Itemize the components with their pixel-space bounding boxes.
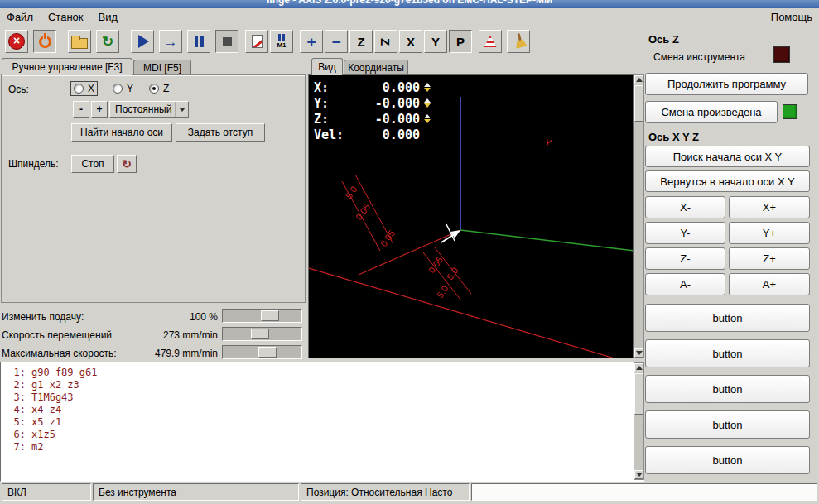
change-done-led — [783, 104, 797, 119]
jog-y-plus-label: Y+ — [763, 227, 776, 239]
gcode-line[interactable]: 6: x1z5 — [4, 429, 630, 441]
jog-speed-slider-thumb[interactable] — [251, 329, 269, 339]
open-file-button[interactable] — [68, 30, 91, 53]
dro-z-row: Z: -0.000 — [314, 111, 431, 127]
gcode-scroll-down-arrow[interactable] — [634, 470, 643, 479]
touch-off-button[interactable]: Задать отступ — [176, 123, 265, 142]
preview-scroll-down-arrow[interactable] — [634, 348, 643, 358]
gcode-line-text: g90 f89 g61 — [31, 367, 97, 379]
gcode-line[interactable]: 2: g1 x2 z3 — [4, 379, 630, 391]
run-program-button[interactable] — [131, 30, 154, 53]
gcode-scroll-up-arrow[interactable] — [634, 363, 643, 372]
spindle-extra-button[interactable]: ↻ — [117, 155, 137, 173]
stop-square-icon — [223, 37, 232, 46]
home-xy-label: Поиск начала оси X Y — [673, 151, 783, 163]
gcode-scroll-thumb[interactable] — [634, 373, 643, 415]
gcode-scrollbar[interactable] — [634, 362, 644, 480]
custom-button-4-label: button — [712, 419, 742, 431]
preview-scroll-thumb[interactable] — [634, 85, 643, 122]
custom-button-2-label: button — [712, 348, 742, 360]
preview-canvas[interactable]: X: 0.000 Y: -0.000 Z: -0.000 Vel: 0.000 — [308, 74, 634, 358]
preview-scrollbar[interactable] — [634, 74, 644, 358]
dim-annotation-4: 0.05 — [426, 255, 445, 275]
menu-view[interactable]: Вид — [99, 11, 118, 23]
gcode-line[interactable]: 1: g90 f89 g61 — [4, 367, 630, 379]
home-axis-button[interactable]: Найти начало оси — [71, 123, 172, 142]
custom-button-2[interactable]: button — [645, 339, 810, 367]
max-velocity-slider-thumb[interactable] — [258, 347, 277, 358]
menu-help[interactable]: Помощь — [771, 11, 812, 23]
jog-a-plus-button[interactable]: A+ — [729, 273, 810, 295]
window-titlebar[interactable]: linge - AXIS 2.6.0-pre2-920-g7e1b5ed on … — [0, 0, 819, 8]
tool-change-done-button[interactable]: Смена произведена — [645, 101, 778, 123]
menu-file[interactable]: Файл — [7, 11, 33, 23]
jog-z-minus-button[interactable]: Z- — [645, 247, 725, 270]
jog-minus-button[interactable]: - — [73, 101, 89, 118]
clear-plot-button[interactable] — [507, 30, 530, 53]
gcode-line[interactable]: 7: m2 — [4, 441, 630, 454]
block-delete-button[interactable] — [245, 30, 268, 53]
jog-a-plus-label: A+ — [763, 278, 776, 290]
view-top-z-button[interactable]: Z — [349, 30, 373, 53]
feed-override-slider-thumb[interactable] — [261, 310, 279, 321]
jog-increment-select[interactable]: Постоянный — [109, 101, 189, 118]
optional-stop-button[interactable]: M1 — [270, 30, 293, 53]
dro-readout: X: 0.000 Y: -0.000 Z: -0.000 Vel: 0.000 — [314, 79, 431, 142]
pause-button[interactable] — [187, 30, 210, 53]
view-front-y-button[interactable]: Y — [424, 30, 447, 53]
axis-radio-x[interactable]: X — [71, 82, 97, 95]
max-velocity-slider[interactable] — [222, 345, 302, 359]
tab-dro-coords[interactable]: Координаты — [344, 60, 408, 74]
gcode-line[interactable]: 3: T1M6g43 — [4, 391, 630, 404]
continue-program-button[interactable]: Продолжить программу — [645, 73, 808, 95]
view-side-x-button[interactable]: X — [399, 30, 422, 53]
spindle-stop-button[interactable]: Стоп — [71, 155, 114, 173]
machine-power-button[interactable] — [33, 30, 56, 53]
jog-y-plus-button[interactable]: Y+ — [729, 222, 810, 244]
chevron-down-icon — [175, 102, 188, 117]
jog-z-plus-button[interactable]: Z+ — [729, 247, 810, 270]
gcode-line[interactable]: 4: x4 z4 — [4, 404, 630, 416]
tab-manual-control[interactable]: Ручное управление [F3] — [2, 58, 132, 75]
feed-override-slider[interactable] — [222, 309, 302, 323]
custom-button-1[interactable]: button — [645, 304, 810, 332]
gcode-line[interactable]: 5: x5 z1 — [4, 416, 630, 429]
menu-machine[interactable]: Станок — [48, 11, 84, 23]
y-axis-text-label: Y — [542, 136, 554, 150]
preview-scroll-up-arrow[interactable] — [634, 75, 643, 84]
home-xy-button[interactable]: Поиск начала оси X Y — [645, 146, 810, 167]
jog-x-plus-button[interactable]: X+ — [729, 196, 810, 218]
dro-x-value: 0.000 — [357, 80, 420, 95]
custom-button-5[interactable]: button — [645, 446, 810, 474]
toolpath-cone-button[interactable] — [479, 30, 502, 53]
optional-stop-icon: M1 — [277, 34, 286, 49]
jog-speed-slider[interactable] — [222, 327, 302, 341]
estop-button[interactable]: × — [5, 30, 28, 53]
stop-button[interactable] — [215, 30, 238, 53]
gcode-line-text: x1z5 — [31, 429, 55, 441]
zoom-out-button[interactable]: − — [325, 30, 348, 53]
axis-radio-y[interactable]: Y — [110, 82, 136, 95]
custom-button-4[interactable]: button — [645, 410, 810, 439]
custom-panel: Ось Z Смена инструмента Продолжить прогр… — [645, 31, 819, 504]
tab-preview[interactable]: Вид — [311, 58, 343, 75]
axis-radio-z[interactable]: Z — [147, 82, 171, 95]
jog-plus-button[interactable]: + — [91, 101, 108, 118]
tab-mdi[interactable]: MDI [F5] — [133, 60, 191, 74]
x-homed-icon — [424, 83, 431, 92]
jog-a-minus-button[interactable]: A- — [645, 273, 725, 295]
zoom-in-button[interactable]: + — [300, 30, 323, 53]
step-button[interactable]: → — [159, 30, 182, 53]
view-rotated-top-button[interactable]: Z — [374, 30, 397, 53]
axis-z-section-header: Ось Z — [648, 33, 679, 46]
dro-vel-label: Vel: — [314, 127, 357, 142]
custom-button-3[interactable]: button — [645, 375, 810, 403]
return-home-xy-label: Вернутся в начало оси X Y — [660, 175, 794, 188]
return-home-xy-button[interactable]: Вернутся в начало оси X Y — [645, 170, 810, 192]
view-perspective-button[interactable]: P — [449, 30, 472, 53]
jog-y-minus-button[interactable]: Y- — [645, 222, 725, 244]
view-p-icon: P — [456, 36, 465, 48]
reload-file-button[interactable]: ↻ — [96, 30, 119, 53]
feed-override-value: 100 % — [124, 311, 218, 323]
jog-x-minus-button[interactable]: X- — [645, 196, 725, 218]
